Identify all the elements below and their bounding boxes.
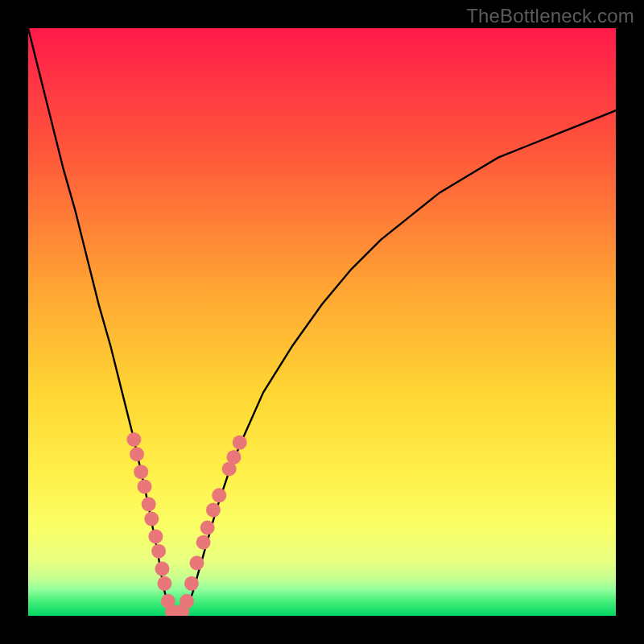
plot-area [28, 28, 616, 616]
bottleneck-curve [28, 28, 616, 616]
curve-layer [28, 28, 616, 616]
highlight-dot [151, 544, 166, 559]
highlight-dot [130, 447, 144, 461]
highlight-dot [126, 432, 141, 447]
highlight-dot [200, 521, 215, 535]
highlight-dot [180, 594, 194, 609]
highlight-dot [190, 555, 204, 570]
highlight-dot [157, 576, 171, 591]
highlight-dot [134, 464, 148, 479]
highlight-dot [184, 576, 199, 591]
highlight-dot [196, 535, 211, 550]
highlight-dot [148, 529, 163, 543]
highlight-dot [138, 479, 152, 493]
highlight-dots [126, 432, 246, 616]
highlight-dot [212, 488, 226, 502]
highlight-dot [144, 512, 159, 526]
highlight-dot [206, 503, 221, 518]
highlight-dot [155, 562, 169, 576]
highlight-dot [233, 436, 247, 450]
highlight-dot [227, 450, 242, 464]
chart-frame: TheBottleneck.com [0, 0, 644, 644]
watermark-text: TheBottleneck.com [466, 5, 634, 27]
highlight-dot [142, 497, 156, 511]
